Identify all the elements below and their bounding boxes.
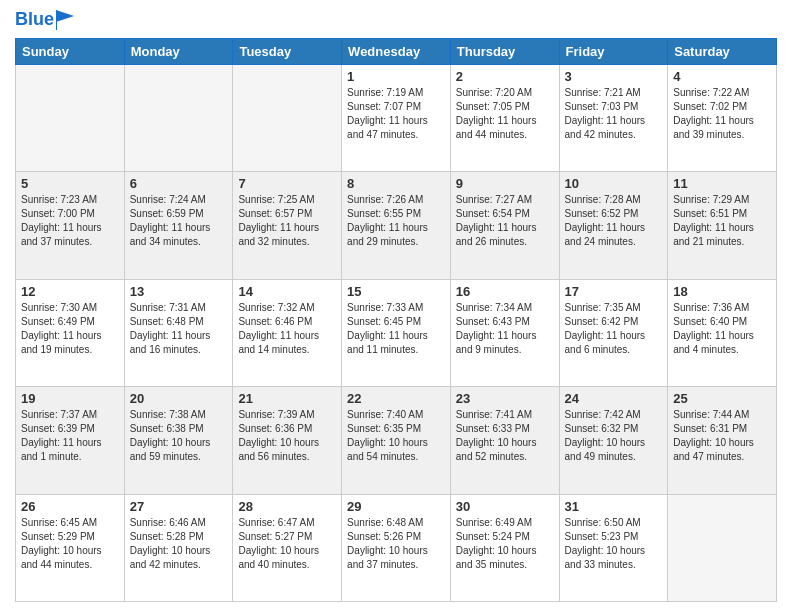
day-number: 9 xyxy=(456,176,554,191)
day-info: Sunrise: 7:34 AMSunset: 6:43 PMDaylight:… xyxy=(456,301,554,357)
header: Blue xyxy=(15,10,777,30)
day-number: 27 xyxy=(130,499,228,514)
day-info: Sunrise: 6:45 AMSunset: 5:29 PMDaylight:… xyxy=(21,516,119,572)
weekday-header: Tuesday xyxy=(233,39,342,65)
calendar-cell xyxy=(124,65,233,172)
day-number: 21 xyxy=(238,391,336,406)
calendar-cell xyxy=(668,494,777,601)
weekday-header: Thursday xyxy=(450,39,559,65)
calendar-cell: 5Sunrise: 7:23 AMSunset: 7:00 PMDaylight… xyxy=(16,172,125,279)
logo-blue: Blue xyxy=(15,10,74,30)
day-info: Sunrise: 7:38 AMSunset: 6:38 PMDaylight:… xyxy=(130,408,228,464)
calendar-cell: 23Sunrise: 7:41 AMSunset: 6:33 PMDayligh… xyxy=(450,387,559,494)
calendar-cell: 15Sunrise: 7:33 AMSunset: 6:45 PMDayligh… xyxy=(342,279,451,386)
day-number: 28 xyxy=(238,499,336,514)
day-info: Sunrise: 7:39 AMSunset: 6:36 PMDaylight:… xyxy=(238,408,336,464)
calendar-cell: 12Sunrise: 7:30 AMSunset: 6:49 PMDayligh… xyxy=(16,279,125,386)
day-info: Sunrise: 6:48 AMSunset: 5:26 PMDaylight:… xyxy=(347,516,445,572)
calendar-cell: 16Sunrise: 7:34 AMSunset: 6:43 PMDayligh… xyxy=(450,279,559,386)
calendar-cell: 14Sunrise: 7:32 AMSunset: 6:46 PMDayligh… xyxy=(233,279,342,386)
day-info: Sunrise: 6:47 AMSunset: 5:27 PMDaylight:… xyxy=(238,516,336,572)
day-info: Sunrise: 7:19 AMSunset: 7:07 PMDaylight:… xyxy=(347,86,445,142)
calendar-cell: 3Sunrise: 7:21 AMSunset: 7:03 PMDaylight… xyxy=(559,65,668,172)
day-number: 1 xyxy=(347,69,445,84)
calendar-cell: 2Sunrise: 7:20 AMSunset: 7:05 PMDaylight… xyxy=(450,65,559,172)
day-number: 26 xyxy=(21,499,119,514)
day-number: 5 xyxy=(21,176,119,191)
day-info: Sunrise: 7:24 AMSunset: 6:59 PMDaylight:… xyxy=(130,193,228,249)
calendar-cell: 22Sunrise: 7:40 AMSunset: 6:35 PMDayligh… xyxy=(342,387,451,494)
calendar-cell: 21Sunrise: 7:39 AMSunset: 6:36 PMDayligh… xyxy=(233,387,342,494)
logo-blue-text: Blue xyxy=(15,10,54,30)
day-info: Sunrise: 7:26 AMSunset: 6:55 PMDaylight:… xyxy=(347,193,445,249)
day-number: 30 xyxy=(456,499,554,514)
calendar-cell: 11Sunrise: 7:29 AMSunset: 6:51 PMDayligh… xyxy=(668,172,777,279)
day-number: 16 xyxy=(456,284,554,299)
day-number: 17 xyxy=(565,284,663,299)
day-info: Sunrise: 7:29 AMSunset: 6:51 PMDaylight:… xyxy=(673,193,771,249)
weekday-header: Wednesday xyxy=(342,39,451,65)
day-number: 3 xyxy=(565,69,663,84)
day-number: 4 xyxy=(673,69,771,84)
day-number: 23 xyxy=(456,391,554,406)
day-number: 22 xyxy=(347,391,445,406)
day-number: 13 xyxy=(130,284,228,299)
day-number: 29 xyxy=(347,499,445,514)
logo: Blue xyxy=(15,10,74,30)
day-number: 7 xyxy=(238,176,336,191)
day-info: Sunrise: 7:28 AMSunset: 6:52 PMDaylight:… xyxy=(565,193,663,249)
weekday-header: Saturday xyxy=(668,39,777,65)
day-number: 31 xyxy=(565,499,663,514)
day-info: Sunrise: 7:30 AMSunset: 6:49 PMDaylight:… xyxy=(21,301,119,357)
day-number: 19 xyxy=(21,391,119,406)
svg-marker-0 xyxy=(56,10,74,22)
calendar-cell: 4Sunrise: 7:22 AMSunset: 7:02 PMDaylight… xyxy=(668,65,777,172)
calendar-cell: 17Sunrise: 7:35 AMSunset: 6:42 PMDayligh… xyxy=(559,279,668,386)
day-info: Sunrise: 7:44 AMSunset: 6:31 PMDaylight:… xyxy=(673,408,771,464)
day-info: Sunrise: 7:20 AMSunset: 7:05 PMDaylight:… xyxy=(456,86,554,142)
day-info: Sunrise: 7:32 AMSunset: 6:46 PMDaylight:… xyxy=(238,301,336,357)
day-info: Sunrise: 7:21 AMSunset: 7:03 PMDaylight:… xyxy=(565,86,663,142)
calendar-cell: 1Sunrise: 7:19 AMSunset: 7:07 PMDaylight… xyxy=(342,65,451,172)
calendar-cell: 6Sunrise: 7:24 AMSunset: 6:59 PMDaylight… xyxy=(124,172,233,279)
calendar-cell: 13Sunrise: 7:31 AMSunset: 6:48 PMDayligh… xyxy=(124,279,233,386)
day-number: 2 xyxy=(456,69,554,84)
calendar-table: SundayMondayTuesdayWednesdayThursdayFrid… xyxy=(15,38,777,602)
day-info: Sunrise: 6:50 AMSunset: 5:23 PMDaylight:… xyxy=(565,516,663,572)
calendar-cell: 26Sunrise: 6:45 AMSunset: 5:29 PMDayligh… xyxy=(16,494,125,601)
day-number: 10 xyxy=(565,176,663,191)
day-info: Sunrise: 7:31 AMSunset: 6:48 PMDaylight:… xyxy=(130,301,228,357)
day-info: Sunrise: 6:46 AMSunset: 5:28 PMDaylight:… xyxy=(130,516,228,572)
calendar-cell: 20Sunrise: 7:38 AMSunset: 6:38 PMDayligh… xyxy=(124,387,233,494)
day-info: Sunrise: 7:41 AMSunset: 6:33 PMDaylight:… xyxy=(456,408,554,464)
day-info: Sunrise: 7:22 AMSunset: 7:02 PMDaylight:… xyxy=(673,86,771,142)
calendar-cell: 25Sunrise: 7:44 AMSunset: 6:31 PMDayligh… xyxy=(668,387,777,494)
calendar-cell: 27Sunrise: 6:46 AMSunset: 5:28 PMDayligh… xyxy=(124,494,233,601)
calendar-cell: 19Sunrise: 7:37 AMSunset: 6:39 PMDayligh… xyxy=(16,387,125,494)
day-info: Sunrise: 7:25 AMSunset: 6:57 PMDaylight:… xyxy=(238,193,336,249)
page: Blue SundayMondayTuesdayWednesdayThursda… xyxy=(0,0,792,612)
day-number: 11 xyxy=(673,176,771,191)
weekday-header: Monday xyxy=(124,39,233,65)
day-number: 25 xyxy=(673,391,771,406)
day-info: Sunrise: 7:40 AMSunset: 6:35 PMDaylight:… xyxy=(347,408,445,464)
weekday-header: Friday xyxy=(559,39,668,65)
calendar-cell: 31Sunrise: 6:50 AMSunset: 5:23 PMDayligh… xyxy=(559,494,668,601)
day-info: Sunrise: 7:33 AMSunset: 6:45 PMDaylight:… xyxy=(347,301,445,357)
calendar-cell: 8Sunrise: 7:26 AMSunset: 6:55 PMDaylight… xyxy=(342,172,451,279)
day-info: Sunrise: 7:42 AMSunset: 6:32 PMDaylight:… xyxy=(565,408,663,464)
calendar-cell xyxy=(16,65,125,172)
day-info: Sunrise: 7:37 AMSunset: 6:39 PMDaylight:… xyxy=(21,408,119,464)
day-info: Sunrise: 7:23 AMSunset: 7:00 PMDaylight:… xyxy=(21,193,119,249)
calendar-cell: 18Sunrise: 7:36 AMSunset: 6:40 PMDayligh… xyxy=(668,279,777,386)
day-number: 15 xyxy=(347,284,445,299)
logo-flag-icon xyxy=(56,10,74,30)
logo-text: Blue xyxy=(15,10,74,30)
day-info: Sunrise: 7:35 AMSunset: 6:42 PMDaylight:… xyxy=(565,301,663,357)
calendar-cell: 28Sunrise: 6:47 AMSunset: 5:27 PMDayligh… xyxy=(233,494,342,601)
day-number: 8 xyxy=(347,176,445,191)
calendar-cell: 10Sunrise: 7:28 AMSunset: 6:52 PMDayligh… xyxy=(559,172,668,279)
day-number: 14 xyxy=(238,284,336,299)
calendar-cell: 30Sunrise: 6:49 AMSunset: 5:24 PMDayligh… xyxy=(450,494,559,601)
day-number: 6 xyxy=(130,176,228,191)
